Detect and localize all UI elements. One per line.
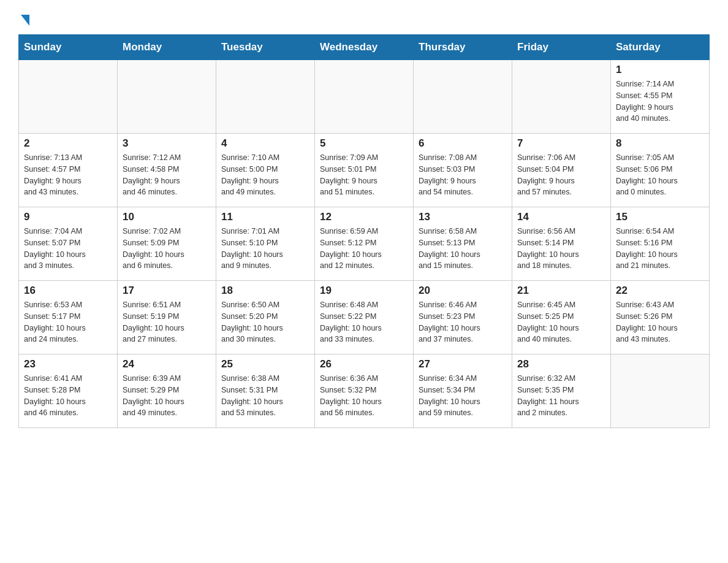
- calendar-cell: 25Sunrise: 6:38 AM Sunset: 5:31 PM Dayli…: [216, 354, 315, 428]
- day-number: 18: [221, 285, 309, 297]
- day-info: Sunrise: 7:13 AM Sunset: 4:57 PM Dayligh…: [24, 152, 112, 198]
- calendar-cell: 11Sunrise: 7:01 AM Sunset: 5:10 PM Dayli…: [216, 207, 315, 281]
- day-info: Sunrise: 6:45 AM Sunset: 5:25 PM Dayligh…: [517, 299, 605, 345]
- day-info: Sunrise: 6:43 AM Sunset: 5:26 PM Dayligh…: [616, 299, 704, 345]
- day-info: Sunrise: 6:58 AM Sunset: 5:13 PM Dayligh…: [419, 226, 507, 272]
- day-number: 1: [616, 64, 704, 76]
- calendar-cell: 28Sunrise: 6:32 AM Sunset: 5:35 PM Dayli…: [512, 354, 611, 428]
- day-number: 2: [24, 137, 112, 150]
- header-wednesday: Wednesday: [315, 35, 414, 60]
- day-number: 5: [320, 137, 408, 150]
- day-number: 23: [24, 358, 112, 370]
- day-number: 26: [320, 358, 408, 370]
- calendar-cell: 22Sunrise: 6:43 AM Sunset: 5:26 PM Dayli…: [611, 281, 710, 354]
- header-monday: Monday: [118, 35, 216, 60]
- day-number: 22: [616, 285, 704, 297]
- day-info: Sunrise: 6:53 AM Sunset: 5:17 PM Dayligh…: [24, 299, 112, 345]
- day-info: Sunrise: 6:36 AM Sunset: 5:32 PM Dayligh…: [320, 373, 408, 419]
- day-info: Sunrise: 6:46 AM Sunset: 5:23 PM Dayligh…: [419, 299, 507, 345]
- header-tuesday: Tuesday: [216, 35, 315, 60]
- calendar-cell: [315, 60, 414, 134]
- day-info: Sunrise: 6:50 AM Sunset: 5:20 PM Dayligh…: [221, 299, 309, 345]
- day-info: Sunrise: 7:05 AM Sunset: 5:06 PM Dayligh…: [616, 152, 704, 198]
- calendar-table: SundayMondayTuesdayWednesdayThursdayFrid…: [18, 34, 710, 428]
- day-number: 10: [123, 211, 211, 223]
- header-thursday: Thursday: [414, 35, 512, 60]
- calendar-cell: 15Sunrise: 6:54 AM Sunset: 5:16 PM Dayli…: [611, 207, 710, 281]
- day-number: 12: [320, 211, 408, 223]
- calendar-cell: 17Sunrise: 6:51 AM Sunset: 5:19 PM Dayli…: [118, 281, 216, 354]
- calendar-cell: 4Sunrise: 7:10 AM Sunset: 5:00 PM Daylig…: [216, 134, 315, 207]
- calendar-cell: 5Sunrise: 7:09 AM Sunset: 5:01 PM Daylig…: [315, 134, 414, 207]
- header-saturday: Saturday: [611, 35, 710, 60]
- day-number: 16: [24, 285, 112, 297]
- calendar-week-row: 1Sunrise: 7:14 AM Sunset: 4:55 PM Daylig…: [19, 60, 710, 134]
- day-number: 3: [123, 137, 211, 150]
- day-number: 15: [616, 211, 704, 223]
- calendar-cell: [414, 60, 512, 134]
- page-header: [18, 12, 710, 25]
- calendar-cell: [118, 60, 216, 134]
- calendar-cell: 7Sunrise: 7:06 AM Sunset: 5:04 PM Daylig…: [512, 134, 611, 207]
- day-number: 6: [419, 137, 507, 150]
- calendar-cell: 12Sunrise: 6:59 AM Sunset: 5:12 PM Dayli…: [315, 207, 414, 281]
- day-info: Sunrise: 7:04 AM Sunset: 5:07 PM Dayligh…: [24, 226, 112, 272]
- day-number: 9: [24, 211, 112, 223]
- day-info: Sunrise: 7:08 AM Sunset: 5:03 PM Dayligh…: [419, 152, 507, 198]
- calendar-cell: 19Sunrise: 6:48 AM Sunset: 5:22 PM Dayli…: [315, 281, 414, 354]
- day-info: Sunrise: 6:41 AM Sunset: 5:28 PM Dayligh…: [24, 373, 112, 419]
- logo-arrow-icon: [21, 15, 29, 26]
- calendar-cell: [512, 60, 611, 134]
- day-info: Sunrise: 6:54 AM Sunset: 5:16 PM Dayligh…: [616, 226, 704, 272]
- calendar-cell: 2Sunrise: 7:13 AM Sunset: 4:57 PM Daylig…: [19, 134, 118, 207]
- day-number: 20: [419, 285, 507, 297]
- day-info: Sunrise: 6:34 AM Sunset: 5:34 PM Dayligh…: [419, 373, 507, 419]
- day-number: 11: [221, 211, 309, 223]
- calendar-header-row: SundayMondayTuesdayWednesdayThursdayFrid…: [19, 35, 710, 60]
- calendar-week-row: 2Sunrise: 7:13 AM Sunset: 4:57 PM Daylig…: [19, 134, 710, 207]
- header-friday: Friday: [512, 35, 611, 60]
- header-sunday: Sunday: [19, 35, 118, 60]
- day-info: Sunrise: 7:01 AM Sunset: 5:10 PM Dayligh…: [221, 226, 309, 272]
- calendar-cell: [611, 354, 710, 428]
- day-number: 19: [320, 285, 408, 297]
- calendar-cell: 3Sunrise: 7:12 AM Sunset: 4:58 PM Daylig…: [118, 134, 216, 207]
- day-info: Sunrise: 7:06 AM Sunset: 5:04 PM Dayligh…: [517, 152, 605, 198]
- day-number: 28: [517, 358, 605, 370]
- calendar-cell: 21Sunrise: 6:45 AM Sunset: 5:25 PM Dayli…: [512, 281, 611, 354]
- day-info: Sunrise: 6:56 AM Sunset: 5:14 PM Dayligh…: [517, 226, 605, 272]
- calendar-cell: 27Sunrise: 6:34 AM Sunset: 5:34 PM Dayli…: [414, 354, 512, 428]
- day-info: Sunrise: 6:51 AM Sunset: 5:19 PM Dayligh…: [123, 299, 211, 345]
- day-info: Sunrise: 7:09 AM Sunset: 5:01 PM Dayligh…: [320, 152, 408, 198]
- day-number: 13: [419, 211, 507, 223]
- calendar-cell: [19, 60, 118, 134]
- calendar-cell: 20Sunrise: 6:46 AM Sunset: 5:23 PM Dayli…: [414, 281, 512, 354]
- day-number: 21: [517, 285, 605, 297]
- calendar-cell: 16Sunrise: 6:53 AM Sunset: 5:17 PM Dayli…: [19, 281, 118, 354]
- day-info: Sunrise: 6:38 AM Sunset: 5:31 PM Dayligh…: [221, 373, 309, 419]
- calendar-cell: 6Sunrise: 7:08 AM Sunset: 5:03 PM Daylig…: [414, 134, 512, 207]
- calendar-week-row: 16Sunrise: 6:53 AM Sunset: 5:17 PM Dayli…: [19, 281, 710, 354]
- calendar-cell: 18Sunrise: 6:50 AM Sunset: 5:20 PM Dayli…: [216, 281, 315, 354]
- day-info: Sunrise: 7:14 AM Sunset: 4:55 PM Dayligh…: [616, 79, 704, 124]
- day-number: 17: [123, 285, 211, 297]
- calendar-cell: 23Sunrise: 6:41 AM Sunset: 5:28 PM Dayli…: [19, 354, 118, 428]
- calendar-cell: 10Sunrise: 7:02 AM Sunset: 5:09 PM Dayli…: [118, 207, 216, 281]
- day-info: Sunrise: 6:59 AM Sunset: 5:12 PM Dayligh…: [320, 226, 408, 272]
- day-info: Sunrise: 7:10 AM Sunset: 5:00 PM Dayligh…: [221, 152, 309, 198]
- day-info: Sunrise: 6:48 AM Sunset: 5:22 PM Dayligh…: [320, 299, 408, 345]
- day-info: Sunrise: 6:32 AM Sunset: 5:35 PM Dayligh…: [517, 373, 605, 419]
- day-number: 4: [221, 137, 309, 150]
- calendar-week-row: 9Sunrise: 7:04 AM Sunset: 5:07 PM Daylig…: [19, 207, 710, 281]
- logo: [18, 12, 29, 25]
- calendar-cell: 8Sunrise: 7:05 AM Sunset: 5:06 PM Daylig…: [611, 134, 710, 207]
- calendar-cell: 9Sunrise: 7:04 AM Sunset: 5:07 PM Daylig…: [19, 207, 118, 281]
- day-number: 24: [123, 358, 211, 370]
- calendar-cell: [216, 60, 315, 134]
- calendar-cell: 24Sunrise: 6:39 AM Sunset: 5:29 PM Dayli…: [118, 354, 216, 428]
- calendar-cell: 13Sunrise: 6:58 AM Sunset: 5:13 PM Dayli…: [414, 207, 512, 281]
- day-number: 14: [517, 211, 605, 223]
- calendar-cell: 1Sunrise: 7:14 AM Sunset: 4:55 PM Daylig…: [611, 60, 710, 134]
- calendar-cell: 14Sunrise: 6:56 AM Sunset: 5:14 PM Dayli…: [512, 207, 611, 281]
- day-number: 8: [616, 137, 704, 150]
